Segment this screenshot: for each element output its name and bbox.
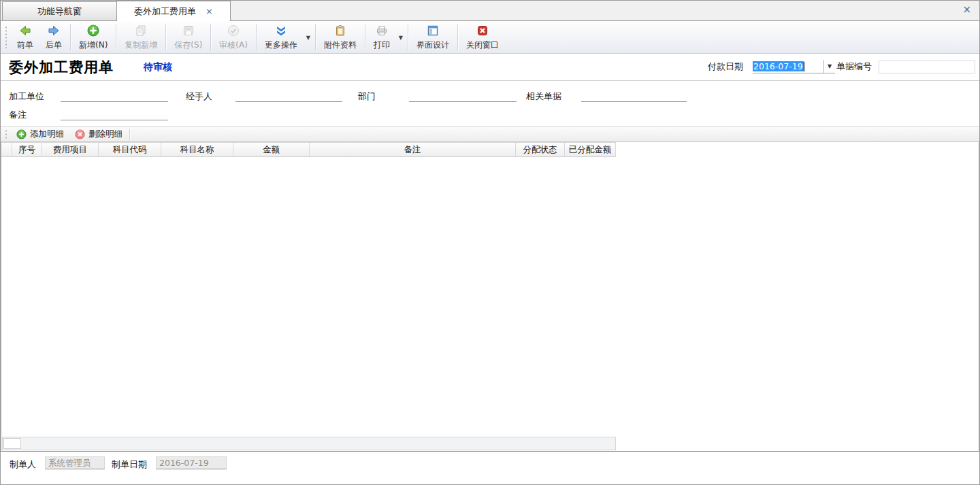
tab-outsourcing-expense[interactable]: 委外加工费用单 × [116,1,231,21]
window-close-icon[interactable]: × [962,5,971,15]
payment-date-label: 付款日期 [708,61,743,73]
button-label: 后单 [46,39,62,51]
field-label-handler: 经手人 [186,90,212,103]
column-header-remark[interactable]: 备注 [310,142,516,157]
button-label: 打印 [374,39,390,51]
tab-label: 委外加工费用单 [134,5,196,18]
form-area: 加工单位 经手人 部门 相关单据 备注 [1,81,979,126]
tab-label: 功能导航窗 [37,5,82,18]
button-label: 关闭窗口 [466,39,499,51]
grid-header-row: 序号 费用项目 科目代码 科目名称 金额 备注 分配状态 已分配金额 [1,142,979,157]
payment-date-selected-text: 2016-07-19 [753,61,804,71]
column-header-alloc-amount[interactable]: 已分配金额 [565,142,616,157]
toolbar-separator [408,24,408,50]
new-button[interactable]: 新增(N) [73,21,114,53]
payment-date-editor: 2016-07-19 ▼ [753,60,835,73]
close-window-icon [476,24,489,37]
column-header-amount[interactable]: 金额 [233,142,310,157]
doc-no-input[interactable] [879,61,975,73]
processing-unit-input[interactable] [61,90,168,102]
status-badge: 待审核 [144,61,172,73]
arrow-left-icon [18,24,32,37]
arrow-right-icon [47,24,61,37]
doc-no-label: 单据编号 [836,61,872,73]
print-button[interactable]: 打印 [368,22,396,53]
column-header-expense-item[interactable]: 费用项目 [42,142,99,157]
toolbar-grip[interactable] [5,26,7,48]
create-date-field: 2016-07-19 [156,456,227,469]
button-label: 更多操作 [265,39,297,51]
toolbar-separator [315,24,316,50]
grid-row-indicator-header [1,142,12,157]
attachments-button[interactable]: 附件资料 [318,21,363,53]
toolbar-separator [165,24,166,50]
button-label: 界面设计 [416,39,449,51]
app-window: { "window": { "close_glyph": "×" }, "tab… [0,0,980,485]
ui-design-button[interactable]: 界面设计 [410,21,455,53]
creator-field: 系统管理员 [45,456,105,469]
next-doc-button[interactable]: 后单 [39,22,68,53]
detail-toolbar-separator [129,129,130,139]
creator-label: 制单人 [10,458,36,471]
field-label-remark: 备注 [9,109,27,121]
tab-function-nav[interactable]: 功能导航窗 [2,1,116,20]
toolbar-separator [457,24,458,50]
save-button[interactable]: 保存(S) [168,21,208,53]
remark-input[interactable] [61,109,168,120]
button-label: 保存(S) [174,39,202,51]
close-window-button[interactable]: 关闭窗口 [460,21,505,53]
button-label: 审核(A) [219,39,248,51]
horizontal-scrollbar[interactable] [2,437,616,450]
column-header-seq[interactable]: 序号 [12,142,42,157]
copy-new-button[interactable]: 复制新增 [118,21,163,53]
column-header-account-name[interactable]: 科目名称 [161,142,233,157]
column-header-alloc-status[interactable]: 分配状态 [516,142,565,157]
payment-date-dropdown-icon[interactable]: ▼ [823,60,835,73]
delete-circle-icon [75,129,85,139]
button-label: 删除明细 [88,129,122,140]
button-label: 附件资料 [324,39,357,51]
main-toolbar: 前单 后单 新增(N) 复制新增 [1,21,979,54]
more-actions-icon [274,24,288,37]
more-actions-dropdown-icon[interactable]: ▼ [304,33,313,41]
footer-bar: 制单人 系统管理员 制单日期 2016-07-19 [1,452,979,484]
page-title: 委外加工费用单 [9,58,114,77]
print-dropdown-icon[interactable]: ▼ [396,33,406,41]
toolbar-separator [365,24,365,50]
field-label-related-doc: 相关单据 [526,90,561,103]
add-icon [86,24,100,37]
more-actions-button[interactable]: 更多操作 [259,22,304,53]
toolbar-separator [116,24,116,50]
approve-icon [227,24,240,37]
detail-toolbar: 添加明细 删除明细 [1,126,979,142]
create-date-label: 制单日期 [112,458,147,471]
add-detail-button[interactable]: 添加明细 [11,127,69,141]
text-caret [804,62,804,71]
print-icon [375,24,389,37]
toolbar-separator [210,24,211,50]
delete-detail-button[interactable]: 删除明细 [69,127,128,141]
ui-design-icon [426,24,440,37]
prev-doc-button[interactable]: 前单 [11,22,39,53]
related-doc-input[interactable] [581,90,687,102]
toolbar-separator [70,24,71,50]
titlebar-right-fields: 付款日期 2016-07-19 ▼ 单据编号 [708,60,975,73]
department-input[interactable] [409,90,517,102]
toolbar-separator [256,24,257,50]
detail-grid: 序号 费用项目 科目代码 科目名称 金额 备注 分配状态 已分配金额 [1,142,979,452]
button-label: 前单 [17,39,33,51]
button-label: 复制新增 [125,39,157,51]
handler-input[interactable] [235,90,342,102]
save-icon [182,24,195,37]
add-circle-icon [16,129,27,139]
horizontal-scrollbar-thumb[interactable] [3,438,21,449]
tab-close-icon[interactable]: × [206,7,213,16]
column-header-account-code[interactable]: 科目代码 [99,142,161,157]
button-label: 新增(N) [79,39,108,51]
detail-toolbar-grip[interactable] [5,129,7,139]
attachment-icon [333,24,347,37]
approve-button[interactable]: 审核(A) [213,21,254,53]
field-label-department: 部门 [358,90,376,103]
button-label: 添加明细 [30,129,64,140]
payment-date-input[interactable]: 2016-07-19 [753,61,808,73]
